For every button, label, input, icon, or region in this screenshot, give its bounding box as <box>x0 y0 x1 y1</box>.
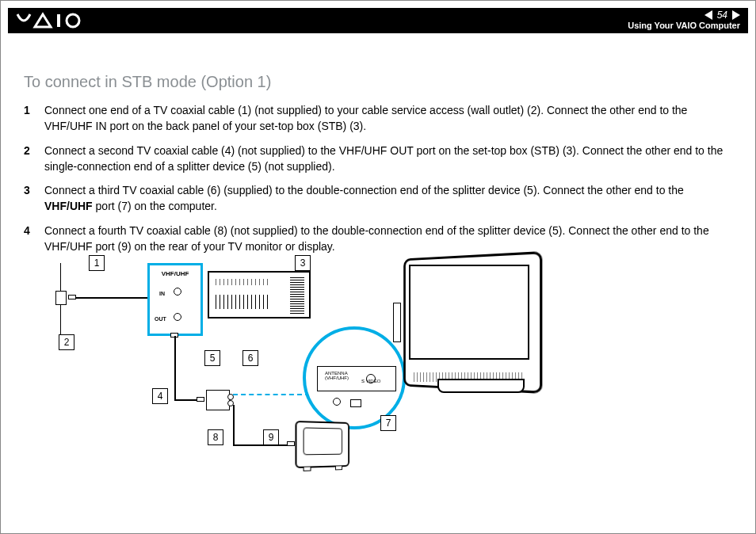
tv-screen <box>304 427 342 455</box>
coax-plug <box>197 397 204 402</box>
page: 54 Using Your VAIO Computer To connect i… <box>0 0 756 534</box>
callout-9: 9 <box>263 429 279 445</box>
step-3-bold: VHF/UHF <box>44 200 93 212</box>
callout-6: 6 <box>242 350 258 366</box>
cable-1 <box>76 297 155 299</box>
callout-5: 5 <box>204 350 220 366</box>
vaio-logo <box>16 11 95 30</box>
vhf-uhf-label: VHF/UHF <box>150 270 200 277</box>
vhf-uhf-port <box>350 399 361 407</box>
in-label: IN <box>159 291 165 296</box>
vhf-out-port <box>174 313 181 321</box>
tv-monitor <box>295 421 349 468</box>
coax-plug <box>287 441 295 446</box>
set-top-box <box>208 271 311 318</box>
next-page-icon[interactable] <box>732 10 740 20</box>
content-area: To connect in STB mode (Option 1) Connec… <box>24 73 732 262</box>
callout-8: 8 <box>208 429 223 445</box>
wall-outlet <box>55 291 67 305</box>
page-nav: 54 <box>704 10 740 21</box>
port-circle <box>333 398 341 406</box>
svg-rect-0 <box>57 14 60 27</box>
tv-foot <box>335 465 342 470</box>
page-heading: To connect in STB mode (Option 1) <box>24 73 732 91</box>
antenna-label: ANTENNA (VHF/UHF) <box>325 371 349 380</box>
cable-8-v <box>233 405 235 444</box>
step-3: Connect a third TV coaxial cable (6) (su… <box>24 182 732 215</box>
monitor-base <box>437 379 525 393</box>
stb-port-highlight: VHF/UHF IN OUT <box>147 263 203 336</box>
step-2: Connect a second TV coaxial cable (4) (n… <box>24 143 732 175</box>
stb-grid <box>216 295 271 309</box>
callout-1: 1 <box>89 255 105 271</box>
cable-8-h <box>233 444 288 446</box>
vaio-computer <box>398 255 540 390</box>
callout-4: 4 <box>152 388 168 404</box>
section-title: Using Your VAIO Computer <box>628 21 740 30</box>
step-1: Connect one end of a TV coaxial cable (1… <box>24 102 732 135</box>
header-bar: 54 Using Your VAIO Computer <box>8 8 748 33</box>
out-label: OUT <box>155 316 166 322</box>
coax-plug <box>68 295 76 299</box>
callout-7: 7 <box>380 415 396 431</box>
step-3-part-b: port (7) on the computer. <box>93 200 217 212</box>
monitor-screen <box>409 265 529 360</box>
monitor-side-ports <box>393 303 401 342</box>
svg-point-1 <box>67 14 79 27</box>
connection-diagram: VHF/UHF IN OUT ANTENNA (VHF/UHF) S VIDEO <box>49 247 540 485</box>
tv-foot <box>304 466 311 471</box>
page-number: 54 <box>716 10 729 21</box>
callout-3: 3 <box>295 255 311 271</box>
magnifier-detail: ANTENNA (VHF/UHF) S VIDEO <box>303 326 406 429</box>
step-3-part-a: Connect a third TV coaxial cable (6) (su… <box>44 184 684 196</box>
svideo-port <box>366 374 376 383</box>
cable-4-horizontal <box>174 399 197 401</box>
splitter-device <box>206 390 230 410</box>
prev-page-icon[interactable] <box>704 10 712 20</box>
cable-4-vertical <box>174 336 176 399</box>
callout-2: 2 <box>59 334 74 350</box>
stb-vent <box>290 277 304 314</box>
vhf-in-port <box>174 288 181 296</box>
instruction-list: Connect one end of a TV coaxial cable (1… <box>24 102 732 254</box>
stb-ports-row <box>216 279 271 285</box>
